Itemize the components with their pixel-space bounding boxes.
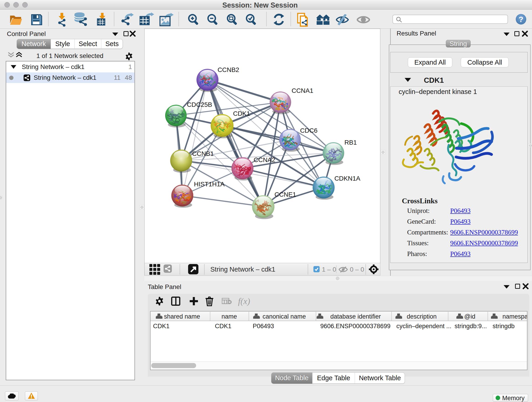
- svg-text:CCNB1: CCNB1: [192, 150, 214, 157]
- svg-text:CDK1: CDK1: [233, 110, 250, 117]
- svg-text:CCNA2: CCNA2: [254, 156, 275, 163]
- svg-text:CDKN1A: CDKN1A: [334, 175, 360, 182]
- svg-text:RB1: RB1: [344, 139, 357, 146]
- svg-text:CCNA1: CCNA1: [292, 87, 313, 94]
- svg-text:HIST1H1A: HIST1H1A: [194, 181, 225, 188]
- svg-text:CCNB2: CCNB2: [217, 66, 239, 73]
- svg-text:CDC6: CDC6: [300, 127, 317, 134]
- svg-text:CCNE1: CCNE1: [274, 191, 296, 198]
- svg-text:CDC25B: CDC25B: [187, 101, 212, 108]
